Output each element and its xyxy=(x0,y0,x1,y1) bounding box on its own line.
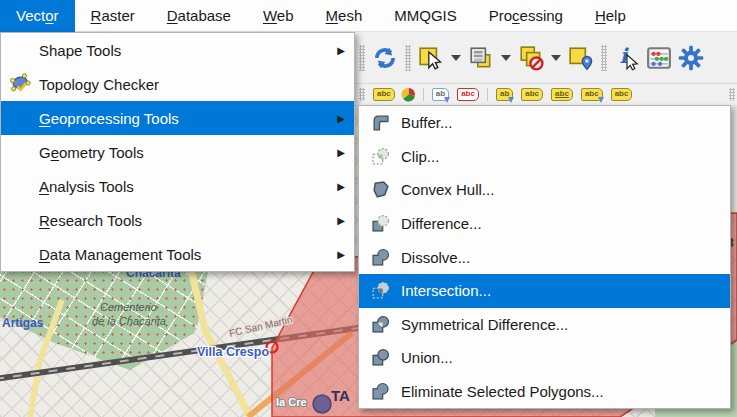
pin-glyph xyxy=(444,97,450,103)
layer-labeling-button[interactable]: abc xyxy=(373,88,395,101)
convex-hull-icon xyxy=(371,180,390,199)
menu-help[interactable]: Help xyxy=(579,0,642,32)
menu-database[interactable]: Database xyxy=(151,0,247,32)
identify-features-button[interactable]: i xyxy=(612,43,642,73)
statistical-summary-button[interactable] xyxy=(644,43,674,73)
identify-features-icon: i xyxy=(614,45,640,71)
submenu-item-clip[interactable]: Clip... xyxy=(359,140,730,174)
deselect-features-button[interactable] xyxy=(516,43,546,73)
menu-item-topology-checker[interactable]: Topology Checker xyxy=(1,67,354,101)
toolbar-grip[interactable] xyxy=(359,88,365,101)
select-by-form-dropdown-arrow[interactable] xyxy=(501,55,511,61)
select-features-button[interactable] xyxy=(416,43,446,73)
toolbar-grip[interactable] xyxy=(405,45,411,71)
menu-item-data-management-tools[interactable]: Data Management Tools ▶ xyxy=(1,237,354,271)
submenu-item-eliminate-selected-polygons[interactable]: Eliminate Selected Polygons... xyxy=(359,375,730,409)
map-label-cementerio-1: Cementerio xyxy=(100,301,157,313)
qgis-window: Chacarita Cementerio de la Chacarita Art… xyxy=(0,0,737,417)
select-by-form-button[interactable] xyxy=(466,43,496,73)
select-by-location-icon xyxy=(568,45,594,71)
map-road-yellow xyxy=(190,265,250,417)
menu-item-geoprocessing-tools[interactable]: Geoprocessing Tools ▶ xyxy=(1,101,354,135)
processing-gear-icon xyxy=(677,44,705,72)
toolbar-separator xyxy=(423,88,424,101)
submenu-item-intersection[interactable]: Intersection... xyxy=(359,274,730,308)
toolbar-grip[interactable] xyxy=(359,45,365,71)
refresh-button[interactable] xyxy=(370,43,400,73)
toolbar-row-labeling: abc ab abc ab abc abc abc abc xyxy=(355,84,737,104)
submenu-arrow-icon: ▶ xyxy=(337,249,345,260)
map-label-villa-crespo: Villa Crespo xyxy=(197,345,269,359)
deselect-dropdown-arrow[interactable] xyxy=(551,55,561,61)
menu-mmqgis[interactable]: MMQGIS xyxy=(378,0,473,32)
eliminate-selected-polygons-icon xyxy=(371,382,390,401)
processing-toolbox-button[interactable] xyxy=(676,43,706,73)
statistics-abacus-icon xyxy=(646,45,672,71)
move-label-button[interactable]: ab xyxy=(496,88,513,101)
submenu-arrow-icon: ▶ xyxy=(337,181,345,192)
submenu-arrow-icon: ▶ xyxy=(337,147,345,158)
toolbar-grip[interactable] xyxy=(601,45,607,71)
submenu-arrow-icon: ▶ xyxy=(337,113,345,124)
pin-glyph xyxy=(508,97,514,103)
select-features-icon xyxy=(418,45,444,71)
select-dropdown-arrow[interactable] xyxy=(451,55,461,61)
change-diagram-button[interactable]: abc xyxy=(611,88,633,101)
menu-item-geometry-tools[interactable]: Geometry Tools ▶ xyxy=(1,135,354,169)
symmetrical-difference-icon xyxy=(371,315,390,334)
menu-mesh[interactable]: Mesh xyxy=(310,0,379,32)
clip-icon xyxy=(371,147,390,166)
pin-labels-button[interactable]: ab xyxy=(432,88,449,101)
menu-item-shape-tools[interactable]: Shape Tools ▶ xyxy=(1,33,354,67)
deselect-features-icon xyxy=(518,45,544,71)
select-by-location-button[interactable] xyxy=(566,43,596,73)
menu-web[interactable]: Web xyxy=(247,0,310,32)
menu-bar: Vector Raster Database Web Mesh MMQGIS P… xyxy=(0,0,737,32)
rotate-label-button[interactable]: abc xyxy=(521,88,543,101)
menu-item-analysis-tools[interactable]: Analysis Tools ▶ xyxy=(1,169,354,203)
dissolve-icon xyxy=(371,248,390,267)
submenu-item-dissolve[interactable]: Dissolve... xyxy=(359,240,730,274)
topology-checker-icon xyxy=(8,72,32,96)
pin-glyph xyxy=(598,97,604,103)
vector-menu-dropdown: Shape Tools ▶ Topology Checker Geoproces… xyxy=(0,32,355,272)
toolbar-area: i xyxy=(355,32,737,105)
submenu-arrow-icon: ▶ xyxy=(337,215,345,226)
layer-diagram-button[interactable] xyxy=(400,86,418,102)
menu-vector[interactable]: Vector xyxy=(0,0,75,32)
submenu-item-buffer[interactable]: Buffer... xyxy=(359,106,730,140)
change-label-button[interactable]: abc xyxy=(551,88,573,101)
menu-raster[interactable]: Raster xyxy=(75,0,151,32)
highlight-pinned-labels-button[interactable]: abc xyxy=(457,88,479,101)
submenu-arrow-icon: ▶ xyxy=(337,45,345,56)
refresh-icon xyxy=(372,45,398,71)
intersection-icon xyxy=(371,281,390,300)
map-label-villa-cre: la Cre xyxy=(276,396,307,408)
submenu-item-convex-hull[interactable]: Convex Hull... xyxy=(359,173,730,207)
buffer-icon xyxy=(371,113,390,132)
toolbar-separator xyxy=(487,88,488,101)
select-by-form-icon xyxy=(468,45,494,71)
map-station-dot xyxy=(313,395,331,413)
move-diagram-button[interactable]: abc xyxy=(581,88,603,101)
difference-icon xyxy=(371,214,390,233)
map-label-artigas: Artigas xyxy=(2,316,44,330)
layer-diagram-icon xyxy=(401,87,416,102)
toolbar-grip[interactable] xyxy=(729,88,735,101)
menu-item-research-tools[interactable]: Research Tools ▶ xyxy=(1,203,354,237)
geoprocessing-submenu: Buffer... Clip... Convex Hull... xyxy=(358,105,731,409)
map-label-cementerio-2: de la Chacarita xyxy=(92,315,166,327)
menu-processing[interactable]: Processing xyxy=(473,0,579,32)
submenu-item-symmetrical-difference[interactable]: Symmetrical Difference... xyxy=(359,308,730,342)
submenu-item-difference[interactable]: Difference... xyxy=(359,207,730,241)
map-label-ta: TA xyxy=(331,387,350,404)
submenu-item-union[interactable]: Union... xyxy=(359,341,730,375)
toolbar-row-main: i xyxy=(355,32,737,84)
union-icon xyxy=(371,348,390,367)
